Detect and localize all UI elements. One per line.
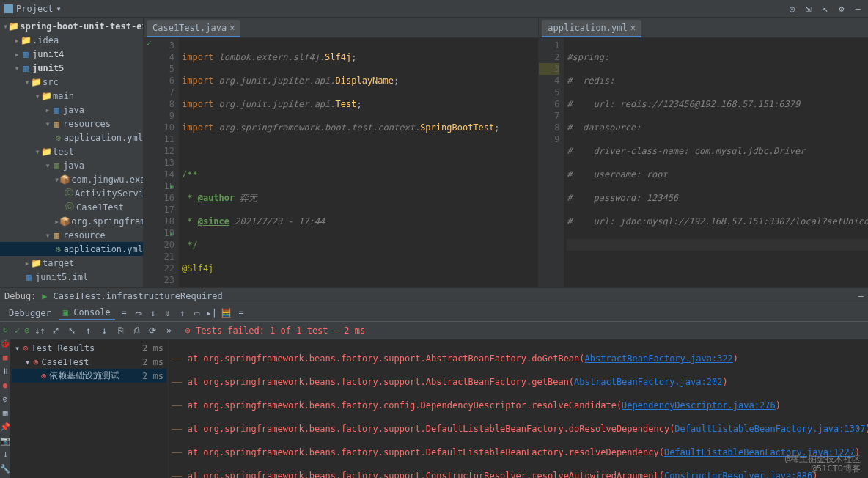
project-tree[interactable]: ▾📁spring-boot-unit-test-example D:\Examp… [0,18,144,287]
layout-icon[interactable]: ▦ [3,408,8,418]
tree-case1test[interactable]: ⒸCase1Test [0,200,143,214]
tree-target[interactable]: ▸📁target [0,256,143,270]
tree-main-resources[interactable]: ▾▦resources [0,117,143,130]
code-editor[interactable]: import lombok.extern.slf4j.Slf4j; import… [179,38,538,287]
code-editor[interactable]: #spring: # redis: # url: redis://123456@… [564,38,868,287]
prev-icon[interactable]: ↑ [82,325,94,337]
evaluate-icon[interactable]: 🧮 [221,307,232,319]
hide-icon[interactable]: — [856,4,861,14]
tree-main-java[interactable]: ▸▦java [0,103,143,117]
tab-application-yml[interactable]: application.yml × [542,20,641,37]
pause-icon[interactable]: ⏸ [1,367,10,376]
sort-icon[interactable]: ↓↑ [34,325,45,337]
tree-test-java[interactable]: ▾▦java [0,158,143,172]
line-gutter: 34567891011121314 ▸15161718 ▸1920212223 [154,38,179,287]
tree-main[interactable]: ▾📁main [0,89,143,103]
test-tree[interactable]: ▾⊗Test Results2 ms ▾⊗Case1Test2 ms ⊗依赖基础… [10,339,169,478]
error-icon: ⊗ [185,326,190,336]
stop-icon[interactable]: ■ [3,353,8,362]
close-icon[interactable]: × [630,23,636,33]
test-fail-prefix: Tests failed: [196,326,270,336]
hide-debug-icon[interactable]: — [858,291,864,301]
tab-debugger[interactable]: Debugger [4,306,56,320]
console-output[interactable]: —— at org.springframework.beans.factory.… [169,339,868,478]
step-into-icon[interactable]: ↓ [147,307,159,319]
pin-icon[interactable]: 📌 [0,422,10,432]
test-passed-filter-icon[interactable]: ✓ [15,326,20,336]
history-icon[interactable]: ⟳ [147,325,158,337]
tree-test-resource[interactable]: ▾▦resource [0,228,143,242]
drop-frame-icon[interactable]: ▭ [191,307,203,319]
expand-icon[interactable]: ⇲ [806,4,811,14]
export-test-icon[interactable]: ⎙ [130,325,142,337]
tree-junit5[interactable]: ▾▦junit5 [0,61,143,75]
tree-test[interactable]: ▾📁test [0,144,143,158]
tab-console[interactable]: ▣ Console [59,306,115,320]
mute-breakpoints-icon[interactable]: ⊘ [3,394,8,404]
import-icon[interactable]: ⎘ [114,325,126,337]
close-icon[interactable]: × [229,23,235,33]
tree-app-yml-main[interactable]: ⚙application.yml [0,130,143,144]
more-icon[interactable]: » [163,325,174,337]
run-to-cursor-icon[interactable]: ▸| [206,307,218,319]
test-results-root[interactable]: ▾⊗Test Results2 ms [12,341,166,355]
test-leaf[interactable]: ⊗依赖基础设施测试2 ms [12,369,166,383]
line-gutter: 123456789 [539,38,564,287]
tree-orgspring[interactable]: ▸📦org.springframework.data.re [0,214,143,228]
view-breakpoints-icon[interactable]: ● [3,380,8,390]
tree-root[interactable]: ▾📁spring-boot-unit-test-example D:\Examp… [0,19,143,33]
chevron-down-icon: ▾ [56,4,62,14]
settings-icon[interactable]: 🔧 [0,464,10,474]
project-label: Project [16,4,54,14]
tab-label: Case1Test.java [152,23,227,33]
tree-activity-test[interactable]: ⒸActivityServiceTest [0,186,143,200]
project-dropdown[interactable]: Project ▾ [4,4,62,14]
expand-all-icon[interactable]: ⤢ [50,325,62,337]
debug-config[interactable]: Case1Test.infrastructureRequired [54,291,223,301]
debug-icon[interactable]: 🐞 [0,339,10,348]
watermark: @稀土掘金技术社区 @51CTO博客 [785,455,861,474]
tree-junit4[interactable]: ▸▦junit4 [0,47,143,61]
tree-idea[interactable]: ▸📁.idea [0,33,143,47]
step-over-icon[interactable]: ⤼ [133,307,144,319]
camera-icon[interactable]: 📷 [0,436,10,446]
test-ignored-filter-icon[interactable]: ⊘ [24,326,29,336]
force-step-icon[interactable]: ⇓ [162,307,174,319]
next-icon[interactable]: ↓ [98,325,110,337]
collapse-icon[interactable]: ⇱ [823,4,828,14]
run-config-icon: ▶ [42,291,47,301]
tree-pkg[interactable]: ▾📦com.jingwu.example.service [0,172,143,186]
gear-icon[interactable]: ⚙ [839,4,844,14]
tab-label: application.yml [548,23,627,33]
target-icon[interactable]: ◎ [790,4,795,14]
test-fail-msg: 1 of 1 test – 2 ms [270,326,365,336]
debug-label: Debug: [4,291,36,301]
tree-src[interactable]: ▾📁src [0,75,143,89]
project-icon [4,4,13,13]
collapse-all-icon[interactable]: ⤡ [66,325,78,337]
more-icon[interactable]: ≡ [235,307,247,319]
tree-app-yml-test[interactable]: ⚙application.yml [0,242,143,256]
export-icon[interactable]: ⤓ [2,450,9,460]
tree-iml[interactable]: ▦junit5.iml [0,270,143,284]
step-out-icon[interactable]: ↑ [177,307,188,319]
soft-wrap-icon[interactable]: ≡ [118,307,130,319]
tab-case1test[interactable]: Case1Test.java × [147,20,240,37]
rerun-icon[interactable]: ↻ [3,325,8,334]
test-case1[interactable]: ▾⊗Case1Test2 ms [12,355,166,369]
